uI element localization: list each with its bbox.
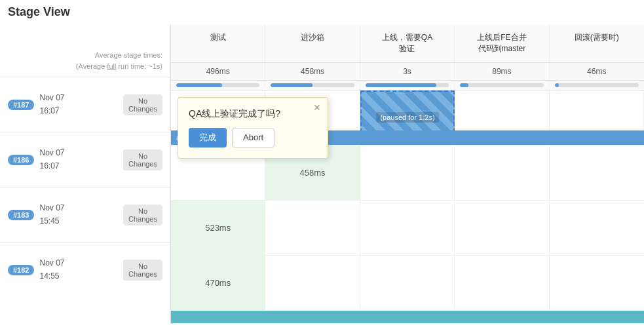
no-changes-btn-183[interactable]: NoChanges xyxy=(123,205,162,226)
data-cell-3-0: 470ms xyxy=(171,256,265,310)
data-rows: (paused for 1:2s) almost complete ✕ QA线上… xyxy=(171,90,644,324)
data-cell-1-2 xyxy=(360,146,455,200)
qa-popup: ✕ QA线上验证完成了吗? 完成 Abort xyxy=(178,97,328,159)
data-cell-3-4 xyxy=(550,256,644,310)
avg-label: Average stage times: xyxy=(76,50,162,61)
stage-view-page: Stage View Average stage times: (Average… xyxy=(0,0,644,335)
progress-cell-3 xyxy=(455,83,549,87)
build-info-186: Nov 07 16:07 xyxy=(39,147,64,172)
build-time-187: 16:07 xyxy=(39,105,64,117)
progress-cell-4 xyxy=(550,83,644,87)
data-row-4 xyxy=(171,311,644,324)
data-cell-1-3 xyxy=(455,146,549,200)
build-time-183: 15:45 xyxy=(39,215,64,227)
avg-cell-2: 3s xyxy=(360,63,455,80)
avg-row: 496ms 458ms 3s 89ms 46ms xyxy=(171,63,644,81)
cell-value-1-1: 458ms xyxy=(300,168,326,178)
progress-cell-0 xyxy=(171,83,265,87)
progress-cell-2 xyxy=(360,83,455,87)
build-date-186: Nov 07 xyxy=(39,147,64,159)
avg-full-label: (Average full run time: ~1s) xyxy=(76,61,162,72)
no-changes-btn-186[interactable]: NoChanges xyxy=(123,149,162,170)
complete-button[interactable]: 完成 xyxy=(189,128,227,148)
build-row-182: #182 Nov 07 14:55 NoChanges xyxy=(0,242,170,297)
data-row-2: 523ms xyxy=(171,201,644,256)
data-row-3: 470ms xyxy=(171,256,644,311)
progress-cell-1 xyxy=(265,83,360,87)
progress-bar-fill-1 xyxy=(271,83,313,87)
no-changes-btn-187[interactable]: NoChanges xyxy=(123,94,162,115)
popup-title: QA线上验证完成了吗? xyxy=(189,108,317,120)
progress-bar-bg-4 xyxy=(555,83,639,87)
progress-bar-bg-3 xyxy=(460,83,543,87)
cell-value-2-0: 523ms xyxy=(205,223,231,233)
table-header: 测试 进沙箱 上线，需要QA验证 上线后FE合并代码到master 回滚(需要时… xyxy=(171,24,644,63)
build-row-186: #186 Nov 07 16:07 NoChanges xyxy=(0,132,170,187)
build-date-182: Nov 07 xyxy=(39,257,64,269)
build-date-183: Nov 07 xyxy=(39,202,64,214)
avg-cell-3: 89ms xyxy=(455,63,549,80)
build-info-183: Nov 07 15:45 xyxy=(39,202,64,227)
table-area: 测试 进沙箱 上线，需要QA验证 上线后FE合并代码到master 回滚(需要时… xyxy=(170,24,644,324)
progress-bar-bg-1 xyxy=(271,83,354,87)
data-cell-3-2 xyxy=(360,256,455,310)
progress-bar-bg-0 xyxy=(176,83,259,87)
progress-bar-fill-3 xyxy=(460,83,468,87)
build-time-182: 14:55 xyxy=(39,270,64,283)
progress-row xyxy=(171,81,644,90)
data-cell-2-1 xyxy=(265,201,360,255)
col-header-0: 测试 xyxy=(171,24,265,62)
sidebar: Average stage times: (Average full run t… xyxy=(0,24,170,324)
build-badge-182[interactable]: #182 xyxy=(8,265,34,275)
data-cell-2-3 xyxy=(455,201,549,255)
build-info-182: Nov 07 14:55 xyxy=(39,257,64,282)
build-badge-187[interactable]: #187 xyxy=(8,100,34,110)
build-row-183: #183 Nov 07 15:45 NoChanges xyxy=(0,187,170,242)
progress-bar-fill-0 xyxy=(176,83,222,87)
col-header-3: 上线后FE合并代码到master xyxy=(455,24,549,62)
avg-cell-4: 46ms xyxy=(550,63,644,80)
avg-cell-1: 458ms xyxy=(265,63,360,80)
progress-bar-fill-2 xyxy=(366,83,436,87)
sidebar-header: Average stage times: (Average full run t… xyxy=(0,24,170,77)
data-cell-2-0: 523ms xyxy=(171,201,265,255)
col-header-4: 回滚(需要时) xyxy=(550,24,644,62)
col-header-1: 进沙箱 xyxy=(265,24,360,62)
progress-bar-fill-4 xyxy=(555,83,559,87)
popup-buttons: 完成 Abort xyxy=(189,128,317,148)
data-cell-1-4 xyxy=(550,146,644,200)
popup-close-button[interactable]: ✕ xyxy=(313,103,321,112)
build-badge-186[interactable]: #186 xyxy=(8,155,34,165)
cell-value-3-0: 470ms xyxy=(205,278,231,288)
abort-button[interactable]: Abort xyxy=(232,128,275,148)
build-row-187: #187 Nov 07 16:07 NoChanges xyxy=(0,77,170,132)
no-changes-btn-182[interactable]: NoChanges xyxy=(123,260,162,281)
build-time-186: 16:07 xyxy=(39,160,64,172)
main-layout: Average stage times: (Average full run t… xyxy=(0,24,644,324)
progress-bar-bg-2 xyxy=(366,83,449,87)
data-cell-2-4 xyxy=(550,201,644,255)
page-title: Stage View xyxy=(0,0,644,24)
data-row-0: (paused for 1:2s) almost complete ✕ QA线上… xyxy=(171,90,644,146)
build-badge-183[interactable]: #183 xyxy=(8,210,34,220)
avg-cell-0: 496ms xyxy=(171,63,265,80)
paused-label: (paused for 1:2s) xyxy=(376,112,438,123)
build-date-187: Nov 07 xyxy=(39,92,64,104)
avg-times: Average stage times: (Average full run t… xyxy=(76,50,162,71)
data-cell-3-1 xyxy=(265,256,360,310)
col-header-2: 上线，需要QA验证 xyxy=(360,24,455,62)
data-cell-2-2 xyxy=(360,201,455,255)
data-cell-3-3 xyxy=(455,256,549,310)
popup-overlay: ✕ QA线上验证完成了吗? 完成 Abort xyxy=(178,97,328,159)
build-info-187: Nov 07 16:07 xyxy=(39,92,64,117)
